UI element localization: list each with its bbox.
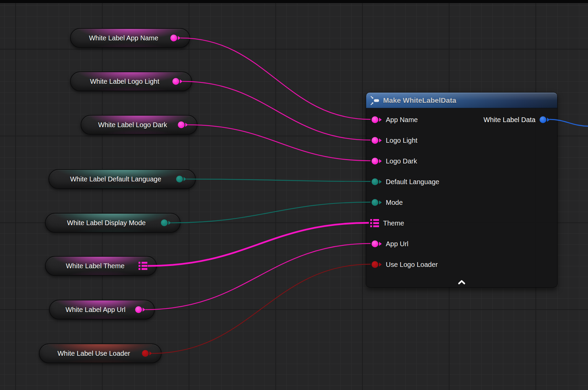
pin-arrow-icon	[178, 36, 181, 40]
pin-arrow-icon	[379, 138, 382, 142]
getter-label: White Label App Url	[50, 306, 135, 314]
wire-logo-light[interactable]	[183, 81, 371, 140]
input-pin-row-logo-light[interactable]: Logo Light	[372, 135, 417, 145]
pin-circle-icon	[372, 137, 378, 144]
pin-circle-icon	[540, 116, 546, 123]
getter-label: White Label Logo Dark	[81, 121, 178, 129]
output-pin-row-white-label-data[interactable]: White Label Data	[484, 115, 550, 125]
pin-arrow-icon	[184, 177, 186, 181]
collapse-node-button[interactable]	[456, 279, 467, 285]
wire-app-url[interactable]	[145, 243, 371, 310]
pin-circle-icon	[135, 306, 142, 313]
getter-label: White Label Default Language	[49, 175, 176, 183]
wire-use-loader[interactable]	[152, 264, 371, 353]
getter-node-white-label-default-language[interactable]: White Label Default Language	[48, 169, 196, 189]
input-pin-row-theme[interactable]: Theme	[370, 218, 404, 228]
input-pin-row-app-url[interactable]: App Url	[372, 239, 408, 249]
pin-circle-icon	[172, 78, 179, 85]
pin-circle-icon	[372, 116, 378, 123]
getter-label: White Label App Name	[71, 34, 170, 42]
enum-output-pin[interactable]	[161, 219, 171, 226]
pin-arrow-icon	[168, 221, 171, 225]
input-pin-row-mode[interactable]: Mode	[372, 197, 403, 208]
blueprint-graph-canvas[interactable]: White Label App Name White Label Logo Li…	[0, 0, 588, 390]
string-output-pin[interactable]	[135, 306, 145, 313]
pin-circle-icon	[372, 240, 378, 247]
struct-grid-pin-icon	[139, 261, 147, 270]
node-title: Make WhiteLabelData	[383, 96, 456, 104]
pin-circle-icon	[170, 35, 177, 41]
chevron-up-icon	[456, 279, 467, 285]
string-output-pin[interactable]	[172, 78, 183, 85]
getter-node-white-label-logo-dark[interactable]: White Label Logo Dark	[81, 115, 197, 135]
pin-arrow-icon	[379, 242, 382, 246]
getter-label: White Label Theme	[46, 262, 139, 270]
pin-label: Default Language	[386, 178, 439, 186]
struct-output-pin[interactable]	[139, 261, 147, 270]
input-pin-row-app-name[interactable]: App Name	[372, 115, 418, 125]
pin-circle-icon	[142, 350, 149, 357]
getter-node-white-label-theme[interactable]: White Label Theme	[45, 256, 157, 276]
getter-node-white-label-app-name[interactable]: White Label App Name	[70, 28, 190, 48]
pin-arrow-icon	[180, 79, 183, 83]
input-pin-row-default-language[interactable]: Default Language	[372, 177, 439, 187]
pin-arrow-icon	[379, 200, 382, 204]
pin-circle-icon	[161, 219, 168, 226]
wire-display-mode[interactable]	[171, 202, 371, 223]
bool-output-pin[interactable]	[142, 350, 152, 357]
pin-label: Use Logo Loader	[386, 261, 438, 269]
input-pin-row-logo-dark[interactable]: Logo Dark	[372, 156, 417, 166]
wire-logo-dark[interactable]	[188, 125, 371, 161]
pin-arrow-icon	[547, 118, 550, 122]
getter-node-white-label-use-loader[interactable]: White Label Use Loader	[39, 344, 162, 363]
pin-arrow-icon	[379, 180, 382, 184]
pin-circle-icon	[372, 158, 378, 164]
pin-label: App Url	[386, 240, 408, 248]
string-output-pin[interactable]	[178, 121, 188, 128]
pin-arrow-icon	[379, 262, 382, 267]
getter-label: White Label Display Mode	[46, 219, 161, 227]
getter-node-white-label-display-mode[interactable]: White Label Display Mode	[45, 213, 181, 233]
struct-grid-pin-icon	[370, 219, 379, 228]
wire-app-name[interactable]	[181, 38, 371, 119]
pin-circle-icon	[178, 121, 185, 128]
pin-label: Theme	[383, 219, 404, 227]
wire-theme[interactable]	[148, 223, 369, 266]
getter-node-white-label-app-url[interactable]: White Label App Url	[49, 300, 155, 319]
getter-node-white-label-logo-light[interactable]: White Label Logo Light	[70, 72, 192, 91]
pin-label: Logo Dark	[386, 157, 417, 165]
enum-output-pin[interactable]	[176, 176, 186, 182]
pin-arrow-icon	[143, 308, 145, 312]
pin-arrow-icon	[379, 118, 382, 122]
pin-label: Mode	[386, 199, 403, 207]
pin-circle-icon	[372, 178, 378, 185]
make-whitelabeldata-node[interactable]: Make WhiteLabelData App Name Logo Light …	[366, 92, 558, 288]
pin-arrow-icon	[379, 159, 382, 163]
pin-circle-icon	[176, 176, 183, 182]
input-pin-row-use-logo-loader[interactable]: Use Logo Loader	[372, 259, 438, 270]
getter-label: White Label Logo Light	[71, 78, 172, 85]
pin-arrow-icon	[149, 351, 152, 355]
pin-circle-icon	[372, 261, 378, 268]
pin-label: App Name	[386, 116, 418, 124]
pin-label: Logo Light	[386, 137, 417, 144]
pin-arrow-icon	[185, 123, 188, 127]
pin-label: White Label Data	[484, 116, 536, 124]
pin-circle-icon	[372, 199, 378, 206]
getter-label: White Label Use Loader	[40, 350, 142, 357]
wire-default-language[interactable]	[186, 179, 371, 181]
top-edge-strip	[0, 0, 588, 3]
make-struct-icon	[371, 96, 380, 105]
node-header[interactable]: Make WhiteLabelData	[366, 93, 557, 108]
string-output-pin[interactable]	[170, 35, 181, 41]
